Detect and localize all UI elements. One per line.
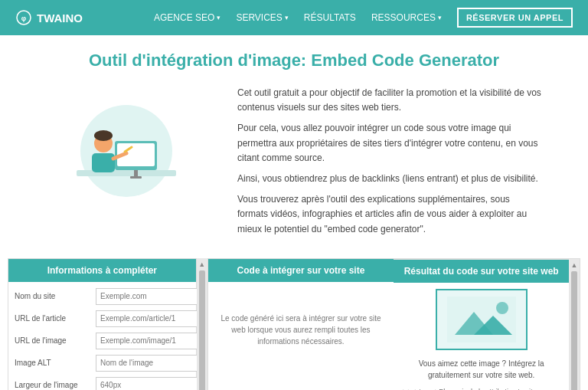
label-url-article: URL de l'article bbox=[15, 314, 91, 323]
page-title: Outil d'intégration d'image: Embed Code … bbox=[15, 51, 573, 70]
right-panel-wrap: Résultat du code sur votre site web Vous… bbox=[394, 258, 580, 390]
scroll-thumb bbox=[571, 271, 577, 390]
site-logo[interactable]: φ TWAINO bbox=[15, 9, 83, 26]
nav-item-ressources[interactable]: RESSOURCES ▾ bbox=[371, 12, 442, 23]
left-panel-wrap: Informations à compléter Nom du site URL… bbox=[8, 258, 207, 390]
intro-para-3: Ainsi, vous obtiendrez plus de backlinks… bbox=[237, 172, 542, 186]
code-placeholder-text: Le code généré ici sera à intégrer sur v… bbox=[216, 313, 387, 347]
svg-rect-10 bbox=[92, 153, 115, 172]
intro-para-4: Vous trouverez après l'outil des explica… bbox=[237, 192, 542, 237]
svg-rect-6 bbox=[134, 170, 138, 176]
form-row-largeur-image: Largeur de l'image bbox=[15, 377, 190, 390]
input-image-alt[interactable] bbox=[96, 355, 202, 372]
result-code-snippet: <p><strong>Please include attribution to… bbox=[400, 387, 563, 390]
tool-section: Informations à compléter Nom du site URL… bbox=[0, 258, 588, 390]
scroll-up-icon[interactable]: ▲ bbox=[571, 261, 578, 269]
chevron-down-icon: ▾ bbox=[285, 14, 289, 21]
label-largeur-image: Largeur de l'image bbox=[15, 381, 91, 389]
right-panel-body: Vous aimez cette image ? Intégrez la gra… bbox=[394, 283, 569, 390]
scroll-up-icon[interactable]: ▲ bbox=[198, 261, 205, 268]
left-panel: Informations à compléter Nom du site URL… bbox=[8, 258, 197, 390]
nav-item-services[interactable]: SERVICES ▾ bbox=[236, 12, 288, 23]
input-largeur-image[interactable] bbox=[96, 377, 202, 390]
middle-panel-body: Le code généré ici sera à intégrer sur v… bbox=[208, 282, 394, 355]
form-row-nom-site: Nom du site bbox=[15, 288, 190, 305]
svg-text:φ: φ bbox=[21, 15, 27, 22]
scroll-thumb bbox=[199, 270, 205, 390]
intro-image-wrap bbox=[46, 86, 214, 203]
label-nom-site: Nom du site bbox=[15, 292, 91, 300]
page-title-section: Outil d'intégration d'image: Embed Code … bbox=[0, 35, 588, 78]
right-panel: Résultat du code sur votre site web Vous… bbox=[394, 259, 569, 390]
input-nom-site[interactable] bbox=[96, 288, 202, 305]
intro-illustration bbox=[46, 86, 207, 201]
form-row-url-article: URL de l'article bbox=[15, 310, 190, 327]
svg-point-9 bbox=[94, 130, 113, 141]
intro-text: Cet outil gratuit a pour objectif de fac… bbox=[237, 86, 542, 243]
input-url-image[interactable] bbox=[96, 333, 202, 349]
logo-icon: φ bbox=[15, 9, 32, 26]
intro-para-2: Pour cela, vous allez pouvoir intégrer u… bbox=[237, 121, 542, 166]
form-row-url-image: URL de l'image bbox=[15, 333, 190, 349]
result-text: Vous aimez cette image ? Intégrez la gra… bbox=[400, 358, 563, 381]
left-panel-header: Informations à compléter bbox=[8, 259, 196, 282]
left-panel-scrollbar[interactable]: ▲ ▼ bbox=[197, 258, 207, 390]
svg-point-16 bbox=[496, 302, 508, 314]
label-url-image: URL de l'image bbox=[15, 336, 91, 345]
svg-rect-3 bbox=[77, 170, 176, 176]
mountain-placeholder-icon bbox=[447, 297, 516, 342]
intro-section: Cet outil gratuit a pour objectif de fac… bbox=[0, 78, 588, 258]
left-panel-body: Nom du site URL de l'article URL de l'im… bbox=[8, 282, 196, 390]
middle-panel: Code à intégrer sur votre site Le code g… bbox=[207, 258, 394, 390]
middle-panel-header: Code à intégrer sur votre site bbox=[208, 259, 394, 282]
intro-para-1: Cet outil gratuit a pour objectif de fac… bbox=[237, 86, 542, 115]
logo-text: TWAINO bbox=[37, 11, 83, 25]
result-image-placeholder bbox=[436, 289, 528, 350]
main-nav: AGENCE SEO ▾ SERVICES ▾ RÉSULTATS RESSOU… bbox=[154, 8, 573, 28]
svg-rect-7 bbox=[130, 176, 142, 179]
right-panel-header: Résultat du code sur votre site web bbox=[394, 260, 569, 283]
nav-item-resultats[interactable]: RÉSULTATS bbox=[304, 12, 356, 23]
label-image-alt: Image ALT bbox=[15, 359, 91, 367]
form-row-image-alt: Image ALT bbox=[15, 355, 190, 372]
input-url-article[interactable] bbox=[96, 310, 202, 327]
chevron-down-icon: ▾ bbox=[438, 14, 442, 21]
nav-item-agence-seo[interactable]: AGENCE SEO ▾ bbox=[154, 12, 220, 23]
right-panel-scrollbar[interactable]: ▲ ▼ bbox=[569, 259, 580, 390]
site-header: φ TWAINO AGENCE SEO ▾ SERVICES ▾ RÉSULTA… bbox=[0, 0, 588, 35]
chevron-down-icon: ▾ bbox=[217, 14, 220, 21]
reserve-call-button[interactable]: RÉSERVER UN APPEL bbox=[457, 8, 573, 28]
